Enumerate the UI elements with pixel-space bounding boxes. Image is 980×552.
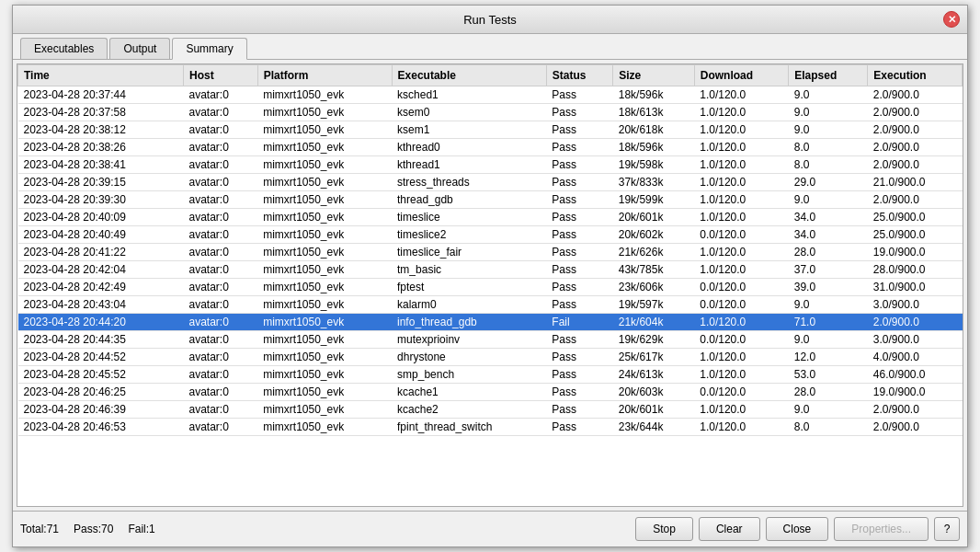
table-cell: kcache1 [392,384,546,401]
table-cell: Pass [546,366,612,384]
table-cell: mimxrt1050_evk [257,209,392,226]
table-cell: 19.0/900.0 [868,384,963,401]
table-cell: 2023-04-28 20:39:30 [18,191,184,209]
footer-buttons: Stop Clear Close Properties... ? [635,517,960,541]
table-cell: fptest [392,279,546,296]
table-cell: 29.0 [789,174,868,191]
help-button[interactable]: ? [934,517,960,541]
table-row[interactable]: 2023-04-28 20:38:12avatar:0mimxrt1050_ev… [18,121,963,139]
table-cell: avatar:0 [183,419,257,436]
table-cell: 1.0/120.0 [694,401,789,419]
table-row[interactable]: 2023-04-28 20:46:25avatar:0mimxrt1050_ev… [18,384,963,401]
table-row[interactable]: 2023-04-28 20:40:09avatar:0mimxrt1050_ev… [18,209,963,226]
table-cell: 24k/613k [613,366,695,384]
table-cell: mimxrt1050_evk [257,139,392,156]
table-row[interactable]: 2023-04-28 20:44:20avatar:0mimxrt1050_ev… [18,314,963,331]
table-row[interactable]: 2023-04-28 20:46:53avatar:0mimxrt1050_ev… [18,419,963,436]
table-cell: mimxrt1050_evk [257,86,392,104]
col-host: Host [183,65,257,86]
table-row[interactable]: 2023-04-28 20:38:41avatar:0mimxrt1050_ev… [18,156,963,174]
table-cell: avatar:0 [183,86,257,104]
table-cell: 19k/599k [613,191,695,209]
table-row[interactable]: 2023-04-28 20:42:49avatar:0mimxrt1050_ev… [18,279,963,296]
table-row[interactable]: 2023-04-28 20:41:22avatar:0mimxrt1050_ev… [18,244,963,261]
table-row[interactable]: 2023-04-28 20:44:52avatar:0mimxrt1050_ev… [18,349,963,366]
table-cell: 28.0/900.0 [868,261,963,279]
table-cell: 1.0/120.0 [694,191,789,209]
table-row[interactable]: 2023-04-28 20:43:04avatar:0mimxrt1050_ev… [18,296,963,314]
table-cell: 8.0 [789,156,868,174]
table-row[interactable]: 2023-04-28 20:44:35avatar:0mimxrt1050_ev… [18,331,963,349]
table-cell: 28.0 [789,384,868,401]
table-row[interactable]: 2023-04-28 20:40:49avatar:0mimxrt1050_ev… [18,226,963,244]
table-cell: kcache2 [392,401,546,419]
dialog-close-button[interactable]: Close [766,517,829,541]
table-cell: 19k/629k [613,331,695,349]
table-cell: stress_threads [392,174,546,191]
table-cell: 2.0/900.0 [868,104,963,121]
table-cell: 21k/626k [613,244,695,261]
table-cell: avatar:0 [183,139,257,156]
table-cell: 2023-04-28 20:45:52 [18,366,184,384]
table-cell: 9.0 [789,296,868,314]
properties-button[interactable]: Properties... [834,517,929,541]
close-dialog-button[interactable]: ✕ [943,11,960,28]
table-cell: avatar:0 [183,261,257,279]
table-cell: Pass [546,86,612,104]
table-row[interactable]: 2023-04-28 20:37:44avatar:0mimxrt1050_ev… [18,86,963,104]
pass-count: Pass:70 [74,523,113,535]
table-cell: 2.0/900.0 [868,86,963,104]
table-row[interactable]: 2023-04-28 20:37:58avatar:0mimxrt1050_ev… [18,104,963,121]
table-cell: avatar:0 [183,314,257,331]
table-cell: mimxrt1050_evk [257,174,392,191]
col-time: Time [18,65,184,86]
table-cell: avatar:0 [183,209,257,226]
table-cell: 2023-04-28 20:46:39 [18,401,184,419]
table-cell: 1.0/120.0 [694,244,789,261]
tab-output[interactable]: Output [109,38,170,59]
table-row[interactable]: 2023-04-28 20:46:39avatar:0mimxrt1050_ev… [18,401,963,419]
results-table-container[interactable]: Time Host Platform Executable Status Siz… [17,63,963,507]
table-cell: 1.0/120.0 [694,314,789,331]
table-cell: 2023-04-28 20:44:35 [18,331,184,349]
table-cell: mimxrt1050_evk [257,384,392,401]
table-cell: 28.0 [789,244,868,261]
table-cell: avatar:0 [183,121,257,139]
tab-executables[interactable]: Executables [20,38,108,59]
table-cell: Fail [546,314,612,331]
table-cell: 8.0 [789,419,868,436]
table-row[interactable]: 2023-04-28 20:39:30avatar:0mimxrt1050_ev… [18,191,963,209]
table-cell: 37.0 [789,261,868,279]
table-cell: 8.0 [789,139,868,156]
table-cell: 19k/597k [613,296,695,314]
table-cell: dhrystone [392,349,546,366]
table-cell: 2023-04-28 20:46:25 [18,384,184,401]
table-cell: 2023-04-28 20:43:04 [18,296,184,314]
clear-button[interactable]: Clear [699,517,760,541]
stop-button[interactable]: Stop [635,517,693,541]
table-cell: 53.0 [789,366,868,384]
table-cell: fpint_thread_switch [392,419,546,436]
table-row[interactable]: 2023-04-28 20:39:15avatar:0mimxrt1050_ev… [18,174,963,191]
table-cell: 1.0/120.0 [694,209,789,226]
table-cell: 2.0/900.0 [868,139,963,156]
dialog-title: Run Tests [37,13,943,27]
table-cell: Pass [546,384,612,401]
table-cell: 20k/618k [613,121,695,139]
table-cell: ksem0 [392,104,546,121]
table-cell: 1.0/120.0 [694,261,789,279]
table-cell: thread_gdb [392,191,546,209]
table-cell: 46.0/900.0 [868,366,963,384]
table-cell: Pass [546,349,612,366]
col-download: Download [694,65,789,86]
table-cell: 34.0 [789,209,868,226]
table-cell: 2.0/900.0 [868,191,963,209]
table-cell: 9.0 [789,191,868,209]
table-cell: 1.0/120.0 [694,349,789,366]
table-cell: Pass [546,296,612,314]
table-row[interactable]: 2023-04-28 20:38:26avatar:0mimxrt1050_ev… [18,139,963,156]
table-row[interactable]: 2023-04-28 20:45:52avatar:0mimxrt1050_ev… [18,366,963,384]
tab-summary[interactable]: Summary [172,38,246,60]
table-cell: Pass [546,156,612,174]
table-row[interactable]: 2023-04-28 20:42:04avatar:0mimxrt1050_ev… [18,261,963,279]
